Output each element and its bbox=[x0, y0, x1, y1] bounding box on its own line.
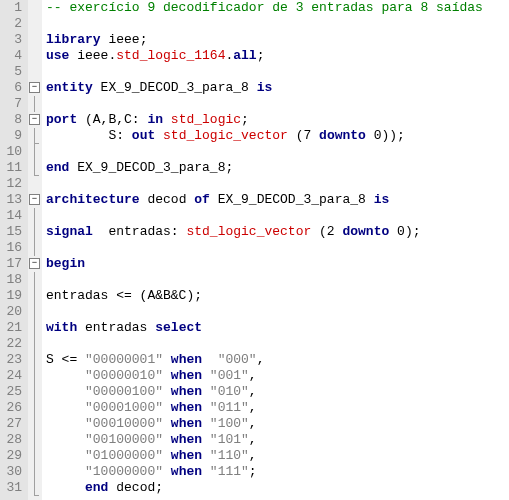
code-editor[interactable]: -- exercício 9 decodificador de 3 entrad… bbox=[42, 0, 509, 500]
line-number: 24 bbox=[0, 368, 22, 384]
code-token: port bbox=[46, 112, 85, 127]
code-token: , bbox=[249, 384, 257, 399]
code-line[interactable]: "10000000" when "111"; bbox=[46, 464, 509, 480]
code-line[interactable] bbox=[46, 336, 509, 352]
fold-guide-line bbox=[34, 320, 35, 336]
code-token: 0)); bbox=[374, 128, 405, 143]
code-line[interactable]: "00001000" when "011", bbox=[46, 400, 509, 416]
code-token: "010" bbox=[210, 384, 249, 399]
code-token: "00010000" bbox=[85, 416, 163, 431]
code-line[interactable]: entradas <= (A&B&C); bbox=[46, 288, 509, 304]
code-token: architecture bbox=[46, 192, 147, 207]
code-line[interactable] bbox=[46, 272, 509, 288]
code-line[interactable]: S <= "00000001" when "000", bbox=[46, 352, 509, 368]
code-token: "011" bbox=[210, 400, 249, 415]
line-number: 3 bbox=[0, 32, 22, 48]
code-line[interactable] bbox=[46, 304, 509, 320]
line-number: 21 bbox=[0, 320, 22, 336]
code-token: when bbox=[163, 448, 210, 463]
code-line[interactable]: library ieee; bbox=[46, 32, 509, 48]
code-line[interactable]: "00000100" when "010", bbox=[46, 384, 509, 400]
line-number: 25 bbox=[0, 384, 22, 400]
code-line[interactable]: "00010000" when "100", bbox=[46, 416, 509, 432]
code-line[interactable] bbox=[46, 208, 509, 224]
fold-guide-line bbox=[34, 272, 35, 288]
code-token: ieee; bbox=[108, 32, 147, 47]
code-token: , bbox=[249, 448, 257, 463]
fold-toggle-icon[interactable]: − bbox=[29, 82, 40, 93]
code-line[interactable] bbox=[46, 16, 509, 32]
code-token bbox=[46, 384, 85, 399]
code-line[interactable]: end EX_9_DECOD_3_para_8; bbox=[46, 160, 509, 176]
fold-toggle-icon[interactable]: − bbox=[29, 114, 40, 125]
fold-guide-line bbox=[34, 448, 35, 464]
line-number: 15 bbox=[0, 224, 22, 240]
code-token: out bbox=[132, 128, 163, 143]
code-token bbox=[46, 416, 85, 431]
line-number: 2 bbox=[0, 16, 22, 32]
code-token: decod bbox=[147, 192, 194, 207]
code-line[interactable] bbox=[46, 64, 509, 80]
code-token: entradas bbox=[85, 320, 155, 335]
code-token bbox=[46, 448, 85, 463]
code-token bbox=[46, 464, 85, 479]
code-token: ieee. bbox=[77, 48, 116, 63]
code-token: (A,B,C: bbox=[85, 112, 147, 127]
fold-guide-line bbox=[34, 384, 35, 400]
code-line[interactable] bbox=[46, 96, 509, 112]
code-line[interactable] bbox=[46, 240, 509, 256]
code-token: std_logic bbox=[171, 112, 241, 127]
code-line[interactable]: S: out std_logic_vector (7 downto 0)); bbox=[46, 128, 509, 144]
fold-guide-line bbox=[34, 160, 35, 176]
fold-guide-line bbox=[34, 352, 35, 368]
code-line[interactable]: "00100000" when "101", bbox=[46, 432, 509, 448]
code-token: -- exercício 9 decodificador de 3 entrad… bbox=[46, 0, 483, 15]
fold-end-icon bbox=[34, 495, 39, 496]
code-token: all bbox=[233, 48, 256, 63]
fold-toggle-icon[interactable]: − bbox=[29, 258, 40, 269]
code-line[interactable]: with entradas select bbox=[46, 320, 509, 336]
code-token: use bbox=[46, 48, 77, 63]
fold-guide-line bbox=[34, 96, 35, 112]
fold-guide-line bbox=[34, 240, 35, 256]
line-number-gutter: 1234567891011121314151617181920212223242… bbox=[0, 0, 28, 500]
code-line[interactable]: -- exercício 9 decodificador de 3 entrad… bbox=[46, 0, 509, 16]
fold-toggle-icon[interactable]: − bbox=[29, 194, 40, 205]
code-token: is bbox=[257, 80, 273, 95]
code-token: select bbox=[155, 320, 202, 335]
code-line[interactable]: entity EX_9_DECOD_3_para_8 is bbox=[46, 80, 509, 96]
code-token: "000" bbox=[218, 352, 257, 367]
line-number: 19 bbox=[0, 288, 22, 304]
code-line[interactable] bbox=[46, 144, 509, 160]
code-line[interactable]: end decod; bbox=[46, 480, 509, 496]
code-token: , bbox=[249, 416, 257, 431]
code-token: in bbox=[147, 112, 170, 127]
code-line[interactable] bbox=[46, 176, 509, 192]
fold-guide-line bbox=[34, 128, 35, 144]
code-line[interactable]: begin bbox=[46, 256, 509, 272]
code-token: when bbox=[163, 352, 218, 367]
line-number: 12 bbox=[0, 176, 22, 192]
fold-guide-line bbox=[34, 224, 35, 240]
code-line[interactable]: "00000010" when "001", bbox=[46, 368, 509, 384]
code-token: "01000000" bbox=[85, 448, 163, 463]
fold-guide-line bbox=[34, 432, 35, 448]
code-line[interactable]: port (A,B,C: in std_logic; bbox=[46, 112, 509, 128]
code-token: of bbox=[194, 192, 217, 207]
code-token: (2 bbox=[319, 224, 342, 239]
code-line[interactable]: architecture decod of EX_9_DECOD_3_para_… bbox=[46, 192, 509, 208]
code-token: "100" bbox=[210, 416, 249, 431]
line-number: 13 bbox=[0, 192, 22, 208]
line-number: 18 bbox=[0, 272, 22, 288]
code-token: , bbox=[257, 352, 265, 367]
code-token: ; bbox=[241, 112, 249, 127]
fold-column: −−−− bbox=[28, 0, 42, 500]
code-token: with bbox=[46, 320, 85, 335]
line-number: 17 bbox=[0, 256, 22, 272]
fold-guide-line bbox=[34, 464, 35, 480]
code-line[interactable]: signal entradas: std_logic_vector (2 dow… bbox=[46, 224, 509, 240]
code-line[interactable]: "01000000" when "110", bbox=[46, 448, 509, 464]
code-line[interactable]: use ieee.std_logic_1164.all; bbox=[46, 48, 509, 64]
code-token: , bbox=[249, 368, 257, 383]
line-number: 8 bbox=[0, 112, 22, 128]
